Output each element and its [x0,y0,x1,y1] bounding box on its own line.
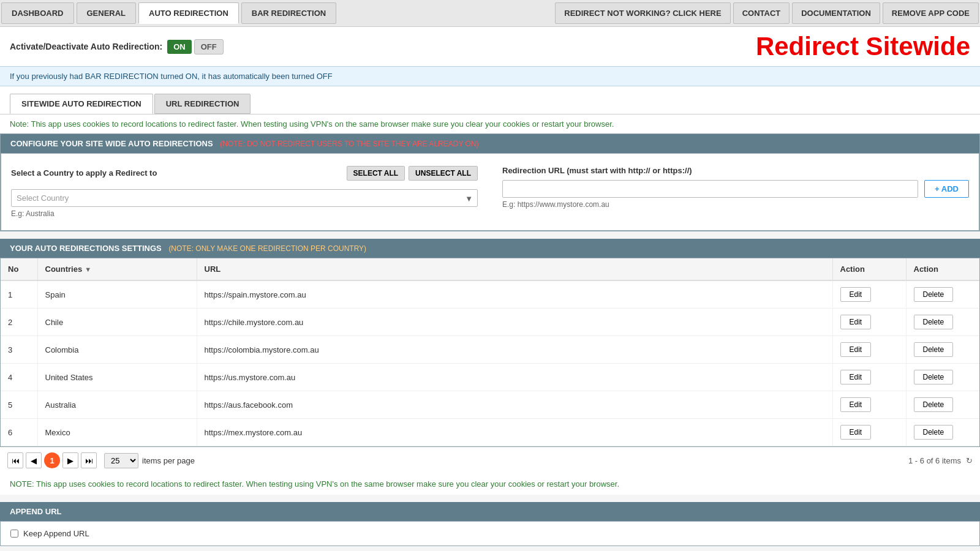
delete-button[interactable]: Delete [914,287,954,302]
nav-redirect-not-working[interactable]: REDIRECT NOT WORKING? CLICK HERE [555,2,730,24]
append-url-checkbox[interactable] [10,530,18,538]
activate-label: Activate/Deactivate Auto Redirection: [10,42,162,51]
configure-note-red: (NOTE: DO NOT REDIRECT USERS TO THE SITE… [220,140,478,148]
row-edit-cell: Edit [832,336,906,364]
redirect-url-input[interactable] [502,180,918,198]
append-url-title: APPEND URL [10,507,62,516]
edit-button[interactable]: Edit [840,397,872,412]
country-select[interactable]: Select Country [11,189,478,207]
add-button[interactable]: + ADD [924,180,969,198]
th-no: No [1,258,37,280]
row-delete-cell: Delete [906,309,979,336]
toggle-off-button[interactable]: OFF [194,39,224,54]
row-country: United States [37,364,197,391]
row-country: Colombia [37,336,197,364]
page-prev-button[interactable]: ◀ [26,452,42,468]
country-eg-text: E.g: Australia [11,209,478,218]
row-no: 3 [1,336,37,364]
configure-body: Select a Country to apply a Redirect to … [1,153,979,231]
row-url: https://spain.mystore.com.au [197,280,832,309]
nav-auto-redirection[interactable]: AUTO REDIRECTION [138,2,239,24]
row-url: https://aus.facebook.com [197,391,832,419]
sub-tabs: SITEWIDE AUTO REDIRECTION URL REDIRECTIO… [0,86,980,114]
redirect-url-label: Redirection URL (must start with http://… [502,166,969,175]
pagination: ⏮ ◀ 1 ▶ ⏭ 25 50 100 items per page 1 - 6… [0,447,980,473]
bottom-note: NOTE: This app uses cookies to record lo… [0,473,980,495]
edit-button[interactable]: Edit [840,342,872,357]
delete-button[interactable]: Delete [914,315,954,329]
settings-section: YOUR AUTO REDIRECTIONS SETTINGS (NOTE: O… [0,239,980,473]
select-all-button[interactable]: SELECT ALL [347,166,405,181]
header-area: Activate/Deactivate Auto Redirection: ON… [0,27,980,66]
nav-left: DASHBOARD GENERAL AUTO REDIRECTION BAR R… [0,0,337,26]
page-last-button[interactable]: ⏭ [81,452,97,468]
table-container: No Countries ▼ URL Action Action 1 Spain… [0,258,980,447]
delete-button[interactable]: Delete [914,370,954,384]
configure-row: Select a Country to apply a Redirect to … [11,166,969,218]
site-title: Redirect Sitewide [756,32,970,61]
nav-general[interactable]: GENERAL [77,2,137,24]
filter-icon[interactable]: ▼ [85,266,91,273]
table-row: 6 Mexico https://mex.mystore.com.au Edit… [1,419,979,446]
row-url: https://chile.mystore.com.au [197,309,832,336]
row-edit-cell: Edit [832,309,906,336]
nav-documentation[interactable]: DOCUMENTATION [792,2,880,24]
nav-contact[interactable]: CONTACT [733,2,790,24]
row-delete-cell: Delete [906,336,979,364]
info-bar-message: If you previously had BAR REDIRECTION tu… [10,72,333,81]
edit-button[interactable]: Edit [840,315,872,329]
page-info: 1 - 6 of 6 items ↻ [908,456,973,465]
row-country: Chile [37,309,197,336]
table-row: 2 Chile https://chile.mystore.com.au Edi… [1,309,979,336]
row-no: 1 [1,280,37,309]
configure-header: CONFIGURE YOUR SITE WIDE AUTO REDIRECTIO… [1,134,979,153]
row-delete-cell: Delete [906,280,979,309]
sub-tab-url[interactable]: URL REDIRECTION [154,94,251,114]
edit-button[interactable]: Edit [840,287,872,302]
table-body: 1 Spain https://spain.mystore.com.au Edi… [1,280,979,446]
row-no: 4 [1,364,37,391]
per-page-select[interactable]: 25 50 100 [104,453,138,468]
nav-bar-redirection[interactable]: BAR REDIRECTION [241,2,336,24]
configure-title: CONFIGURE YOUR SITE WIDE AUTO REDIRECTIO… [10,139,213,148]
sub-tab-sitewide[interactable]: SITEWIDE AUTO REDIRECTION [10,94,153,114]
bottom-note-text: NOTE: This app uses cookies to record lo… [10,479,619,489]
country-select-wrapper: Select Country ▼ [11,189,478,207]
settings-title: YOUR AUTO REDIRECTIONS SETTINGS [10,244,162,253]
row-url: https://mex.mystore.com.au [197,419,832,446]
edit-button[interactable]: Edit [840,425,872,440]
country-label: Select a Country to apply a Redirect to [11,168,157,178]
nav-remove-app-code[interactable]: REMOVE APP CODE [883,2,979,24]
delete-button[interactable]: Delete [914,342,954,357]
nav-right: REDIRECT NOT WORKING? CLICK HERE CONTACT… [554,0,980,26]
row-country: Spain [37,280,197,309]
th-action-2: Action [906,258,979,280]
configure-left: Select a Country to apply a Redirect to … [11,166,478,218]
page-next-button[interactable]: ▶ [62,452,78,468]
table-header-row: No Countries ▼ URL Action Action [1,258,979,280]
row-edit-cell: Edit [832,364,906,391]
table-row: 5 Australia https://aus.facebook.com Edi… [1,391,979,419]
row-edit-cell: Edit [832,419,906,446]
append-url-label-text: Keep Append URL [23,529,89,538]
current-page-number[interactable]: 1 [44,452,60,468]
row-url: https://colombia.mystore.com.au [197,336,832,364]
append-url-header: APPEND URL [0,502,980,521]
nav-dashboard[interactable]: DASHBOARD [1,2,74,24]
delete-button[interactable]: Delete [914,425,954,440]
refresh-icon[interactable]: ↻ [966,456,973,465]
page-first-button[interactable]: ⏮ [7,452,23,468]
delete-button[interactable]: Delete [914,397,954,412]
append-url-checkbox-label: Keep Append URL [10,529,970,538]
edit-button[interactable]: Edit [840,370,872,384]
append-url-section: APPEND URL Keep Append URL [0,502,980,546]
unselect-all-button[interactable]: UNSELECT ALL [409,166,478,181]
row-no: 2 [1,309,37,336]
toggle-on-button[interactable]: ON [167,40,192,54]
append-url-body: Keep Append URL [0,521,980,546]
items-per-page-label: items per page [142,456,195,465]
items-per-page-wrapper: 25 50 100 items per page [104,453,195,468]
table-row: 1 Spain https://spain.mystore.com.au Edi… [1,280,979,309]
row-url: https://us.mystore.com.au [197,364,832,391]
page-info-text: 1 - 6 of 6 items [908,456,961,465]
